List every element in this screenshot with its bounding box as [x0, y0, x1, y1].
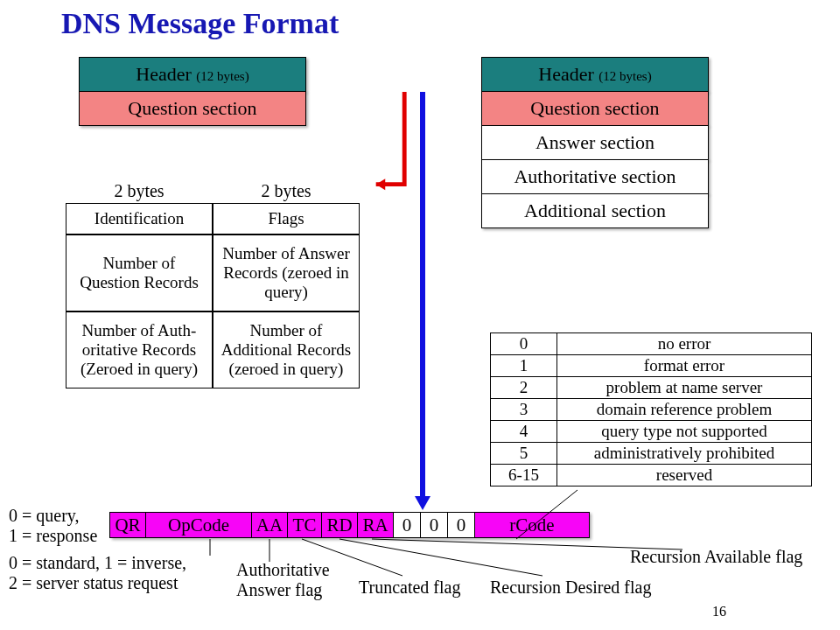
flag-zero: 0 — [393, 512, 421, 538]
flag-tc: TC — [287, 512, 322, 538]
svg-marker-2 — [415, 496, 430, 510]
rcode-desc: no error — [557, 333, 812, 355]
rcode-desc: reserved — [557, 465, 812, 486]
flag-aa: AA — [251, 512, 288, 538]
flag-rd: RD — [321, 512, 358, 538]
flag-opcode: OpCode — [145, 512, 252, 538]
query-header-row: Header (12 bytes) — [79, 57, 306, 92]
rcode-code: 6-15 — [491, 465, 557, 486]
rcode-code: 0 — [491, 333, 557, 355]
svg-marker-0 — [376, 178, 386, 190]
rcode-code: 4 — [491, 421, 557, 443]
rcode-table: 0no error 1format error 2problem at name… — [490, 332, 812, 486]
ra-note: Recursion Available flag — [630, 547, 802, 567]
query-header-sub: (12 bytes) — [196, 69, 248, 83]
rd-note: Recursion Desired flag — [490, 578, 651, 598]
hdr-col2-label: 2 bytes — [213, 179, 360, 203]
rcode-code: 2 — [491, 377, 557, 399]
aa-note: Authoritative Answer flag — [236, 560, 330, 600]
resp-addl-row: Additional section — [481, 193, 709, 228]
resp-answer-row: Answer section — [481, 125, 709, 160]
rcode-desc: problem at name server — [557, 377, 812, 399]
flag-zero: 0 — [447, 512, 475, 538]
query-question-row: Question section — [79, 91, 306, 126]
hdr-nscount: Number of Auth-oritative Records (Zeroed… — [66, 312, 213, 388]
rcode-desc: query type not supported — [557, 421, 812, 443]
tc-note: Truncated flag — [359, 578, 460, 598]
rcode-desc: format error — [557, 355, 812, 377]
flag-bits-row: QR OpCode AA TC RD RA 0 0 0 rCode — [110, 512, 590, 538]
rcode-code: 3 — [491, 399, 557, 421]
resp-header-text: Header — [538, 63, 598, 85]
hdr-qcount: Number of Question Records — [66, 234, 213, 312]
page-title: DNS Message Format — [61, 7, 339, 40]
page-number: 16 — [712, 604, 726, 620]
flag-ra: RA — [357, 512, 394, 538]
query-header-text: Header — [136, 63, 196, 85]
flag-rcode: rCode — [474, 512, 590, 538]
rcode-code: 1 — [491, 355, 557, 377]
rcode-code: 5 — [491, 443, 557, 465]
opcode-note: 0 = standard, 1 = inverse, 2 = server st… — [9, 553, 186, 593]
response-message-stack: Header (12 bytes) Question section Answe… — [481, 57, 709, 228]
flag-qr: QR — [109, 512, 146, 538]
hdr-col1-label: 2 bytes — [66, 179, 213, 203]
resp-question-row: Question section — [481, 91, 709, 126]
rcode-desc: domain reference problem — [557, 399, 812, 421]
hdr-ancount: Number of Answer Records (zeroed in quer… — [213, 234, 360, 312]
resp-auth-row: Authoritative section — [481, 159, 709, 194]
hdr-arcount: Number of Additional Records (zeroed in … — [213, 312, 360, 388]
hdr-identification: Identification — [66, 203, 213, 234]
resp-header-row: Header (12 bytes) — [481, 57, 709, 92]
flag-zero: 0 — [420, 512, 448, 538]
qr-note: 0 = query, 1 = response — [9, 506, 97, 546]
resp-header-sub: (12 bytes) — [598, 69, 651, 83]
header-fields-table: 2 bytes 2 bytes Identification Flags Num… — [66, 179, 360, 388]
rcode-desc: administratively prohibited — [557, 443, 812, 465]
flags-arrow-icon — [405, 92, 440, 512]
svg-line-6 — [340, 539, 542, 576]
query-message-stack: Header (12 bytes) Question section — [79, 57, 306, 125]
hdr-flags: Flags — [213, 203, 360, 234]
